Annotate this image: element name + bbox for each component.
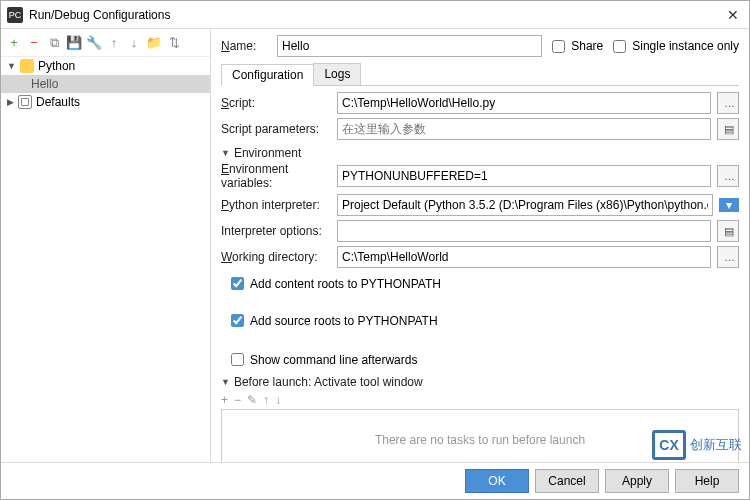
sort-icon[interactable]: ⇅ <box>167 36 181 50</box>
before-add-icon[interactable]: + <box>221 393 228 407</box>
expand-params-button[interactable]: ▤ <box>717 118 739 140</box>
interp-opts-input[interactable] <box>337 220 711 242</box>
single-instance-checkbox[interactable]: Single instance only <box>609 37 739 56</box>
config-tree: ▼ Python Hello ▶ Defaults <box>1 57 210 462</box>
tree-label: Python <box>38 59 75 73</box>
before-down-icon: ↓ <box>275 393 281 407</box>
params-label: Script parameters: <box>221 122 331 136</box>
tab-configuration[interactable]: Configuration <box>221 64 314 86</box>
tree-label: Hello <box>31 77 58 91</box>
wrench-icon[interactable]: 🔧 <box>87 36 101 50</box>
tabs: Configuration Logs <box>221 63 739 86</box>
folder-icon[interactable]: 📁 <box>147 36 161 50</box>
edit-envvars-button[interactable]: … <box>717 165 739 187</box>
interpreter-select[interactable] <box>337 194 713 216</box>
params-input[interactable] <box>337 118 711 140</box>
env-section: ▼Environment <box>221 146 739 160</box>
tree-label: Defaults <box>36 95 80 109</box>
interpreter-label: Python interpreter: <box>221 198 331 212</box>
expand-interp-opts-button[interactable]: ▤ <box>717 220 739 242</box>
window-title: Run/Debug Configurations <box>29 8 723 22</box>
before-edit-icon: ✎ <box>247 393 257 407</box>
workdir-label: Working directory: <box>221 250 331 264</box>
interp-opts-label: Interpreter options: <box>221 224 331 238</box>
envvars-input[interactable] <box>337 165 711 187</box>
add-icon[interactable]: + <box>7 36 21 50</box>
remove-icon[interactable]: − <box>27 36 41 50</box>
python-icon <box>20 59 34 73</box>
name-label: Name: <box>221 39 271 53</box>
tab-logs[interactable]: Logs <box>313 63 361 85</box>
left-toolbar: + − ⧉ 💾 🔧 ↑ ↓ 📁 ⇅ <box>1 29 210 57</box>
copy-icon[interactable]: ⧉ <box>47 36 61 50</box>
share-checkbox[interactable]: Share <box>548 37 603 56</box>
up-icon[interactable]: ↑ <box>107 36 121 50</box>
workdir-input[interactable] <box>337 246 711 268</box>
chevron-right-icon: ▶ <box>7 97 14 107</box>
add-content-roots-checkbox[interactable]: Add content roots to PYTHONPATH <box>227 274 739 293</box>
show-cmd-checkbox[interactable]: Show command line afterwards <box>227 350 739 369</box>
apply-button[interactable]: Apply <box>605 469 669 493</box>
watermark: CX 创新互联 <box>652 430 742 460</box>
watermark-text: 创新互联 <box>690 436 742 454</box>
add-source-roots-checkbox[interactable]: Add source roots to PYTHONPATH <box>227 311 739 330</box>
chevron-down-icon: ▼ <box>7 61 16 71</box>
interpreter-dropdown-icon[interactable]: ▾ <box>719 198 739 212</box>
save-icon[interactable]: 💾 <box>67 36 81 50</box>
browse-workdir-button[interactable]: … <box>717 246 739 268</box>
tree-defaults[interactable]: ▶ Defaults <box>1 93 210 111</box>
script-label: Script: <box>221 96 331 110</box>
ok-button[interactable]: OK <box>465 469 529 493</box>
app-icon: PC <box>7 7 23 23</box>
envvars-label: Environment variables: <box>221 162 331 190</box>
help-button[interactable]: Help <box>675 469 739 493</box>
defaults-icon <box>18 95 32 109</box>
cancel-button[interactable]: Cancel <box>535 469 599 493</box>
name-input[interactable] <box>277 35 542 57</box>
down-icon[interactable]: ↓ <box>127 36 141 50</box>
tree-python[interactable]: ▼ Python <box>1 57 210 75</box>
before-remove-icon: − <box>234 393 241 407</box>
script-input[interactable] <box>337 92 711 114</box>
tree-hello[interactable]: Hello <box>1 75 210 93</box>
browse-script-button[interactable]: … <box>717 92 739 114</box>
before-up-icon: ↑ <box>263 393 269 407</box>
close-icon[interactable]: ✕ <box>723 7 743 23</box>
watermark-logo: CX <box>652 430 686 460</box>
before-launch-section: ▼Before launch: Activate tool window <box>221 375 739 389</box>
